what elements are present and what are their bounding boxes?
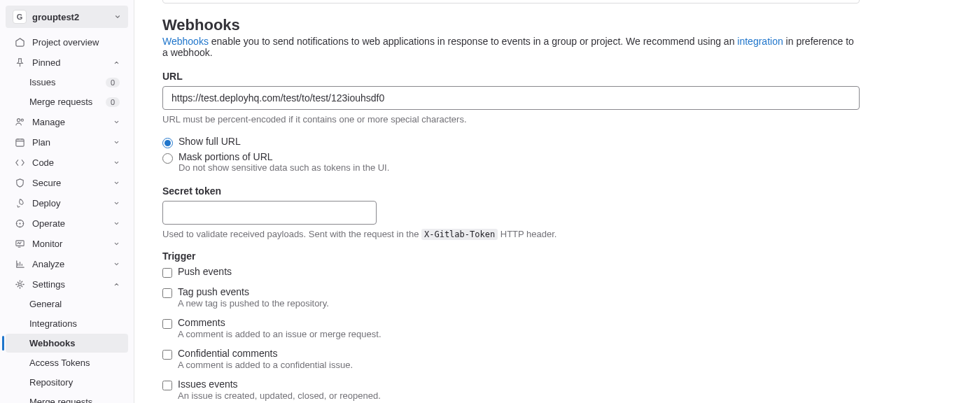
sidebar-item-merge-requests[interactable]: Merge requests 0: [6, 92, 128, 111]
calendar-icon: [14, 136, 25, 148]
chevron-down-icon: [114, 13, 121, 20]
show-full-url-radio[interactable]: [162, 138, 173, 148]
chevron-down-icon: [113, 180, 120, 186]
sidebar-item-analyze[interactable]: Analyze: [6, 254, 128, 274]
context-title: grouptest2: [32, 12, 114, 22]
sidebar-item-operate[interactable]: Operate: [6, 213, 128, 233]
trigger-label: Tag push events: [178, 286, 860, 297]
trigger-label: Trigger: [162, 250, 860, 262]
url-label: URL: [162, 71, 860, 82]
sidebar-item-label: General: [29, 299, 120, 309]
integration-link[interactable]: integration: [737, 36, 783, 47]
trigger-help: A new tag is pushed to the repository.: [178, 298, 860, 309]
chevron-down-icon: [113, 139, 120, 146]
chevron-down-icon: [113, 220, 120, 227]
trigger-checkbox-1[interactable]: [162, 288, 172, 298]
sidebar-item-settings[interactable]: Settings: [6, 274, 128, 294]
chevron-up-icon: [113, 281, 120, 288]
sidebar-item-settings-merge-requests[interactable]: Merge requests: [6, 393, 128, 403]
url-display-radio-group: Show full URL Mask portions of URL Do no…: [162, 134, 860, 174]
trigger-checkbox-2[interactable]: [162, 319, 172, 329]
sidebar-item-label: Code: [32, 157, 111, 168]
url-help: URL must be percent-encoded if it contai…: [162, 114, 860, 125]
sidebar-item-general[interactable]: General: [6, 295, 128, 313]
sidebar-item-issues[interactable]: Issues 0: [6, 73, 128, 92]
sidebar-item-label: Manage: [32, 117, 111, 127]
radio-label: Mask portions of URL: [178, 151, 860, 162]
trigger-label: Comments: [178, 317, 860, 328]
context-avatar: G: [13, 10, 27, 24]
webhooks-help-link[interactable]: Webhooks: [162, 36, 209, 47]
url-input[interactable]: [162, 86, 860, 110]
sidebar-item-webhooks[interactable]: Webhooks: [6, 334, 128, 353]
sidebar-item-label: Plan: [32, 137, 111, 148]
sidebar-item-manage[interactable]: Manage: [6, 112, 128, 132]
page-description: Webhooks enable you to send notification…: [162, 36, 860, 58]
count-badge: 0: [106, 78, 120, 87]
sidebar-item-label: Merge requests: [29, 397, 120, 403]
context-switcher[interactable]: G grouptest2: [6, 6, 128, 28]
sidebar-item-label: Access Tokens: [29, 358, 120, 368]
collapsed-card: [162, 0, 860, 3]
code-icon: [14, 157, 25, 168]
sidebar-item-label: Issues: [29, 77, 106, 87]
sidebar-item-label: Webhooks: [29, 338, 120, 348]
sidebar-item-label: Repository: [29, 377, 120, 388]
trigger-checkbox-0[interactable]: [162, 268, 172, 278]
rocket-icon: [14, 197, 25, 208]
sidebar-item-access-tokens[interactable]: Access Tokens: [6, 353, 128, 372]
sidebar-item-label: Deploy: [32, 198, 111, 208]
trigger-label: Push events: [178, 266, 860, 277]
svg-point-0: [17, 118, 20, 121]
pin-icon: [14, 57, 25, 68]
trigger-help: A comment is added to a confidential iss…: [178, 360, 860, 370]
sidebar-item-label: Integrations: [29, 318, 120, 329]
chevron-down-icon: [113, 261, 120, 267]
svg-point-4: [19, 222, 20, 224]
sidebar: G grouptest2 Project overview Pinned Iss…: [0, 0, 134, 403]
sidebar-item-label: Secure: [32, 178, 111, 188]
sidebar-item-label: Monitor: [32, 239, 111, 249]
help-text: HTTP header.: [498, 229, 556, 239]
sidebar-section-pinned[interactable]: Pinned: [6, 52, 128, 72]
gear-icon: [14, 278, 25, 290]
overview-icon: [14, 36, 25, 48]
secret-token-input[interactable]: [162, 201, 377, 225]
secret-token-label: Secret token: [162, 185, 860, 197]
svg-point-1: [21, 119, 23, 121]
chevron-up-icon: [113, 59, 120, 66]
radio-label: Show full URL: [178, 136, 860, 147]
sidebar-item-overview[interactable]: Project overview: [6, 32, 128, 52]
sidebar-item-label: Project overview: [32, 37, 120, 48]
trigger-label: Confidential comments: [178, 348, 860, 359]
monitor-icon: [14, 238, 25, 249]
shield-icon: [14, 177, 25, 188]
sidebar-item-label: Pinned: [32, 57, 111, 68]
sidebar-item-repository[interactable]: Repository: [6, 373, 128, 392]
sidebar-item-plan[interactable]: Plan: [6, 132, 128, 152]
users-icon: [14, 116, 25, 127]
chevron-down-icon: [113, 119, 120, 125]
sidebar-item-code[interactable]: Code: [6, 153, 128, 172]
desc-text: enable you to send notifications to web …: [209, 36, 737, 47]
sidebar-item-secure[interactable]: Secure: [6, 173, 128, 192]
sidebar-item-label: Analyze: [32, 259, 111, 269]
radio-help: Do not show sensitive data such as token…: [178, 162, 860, 173]
trigger-help: An issue is created, updated, closed, or…: [178, 390, 860, 401]
chevron-down-icon: [113, 160, 120, 166]
mask-url-radio[interactable]: [162, 153, 173, 164]
sidebar-item-label: Merge requests: [29, 97, 106, 107]
count-badge: 0: [106, 97, 120, 107]
operate-icon: [14, 218, 25, 229]
trigger-checkbox-4[interactable]: [162, 381, 172, 390]
chevron-down-icon: [113, 241, 120, 247]
page-title: Webhooks: [162, 16, 860, 34]
sidebar-item-deploy[interactable]: Deploy: [6, 193, 128, 213]
header-code: X-Gitlab-Token: [421, 229, 498, 240]
trigger-checkbox-3[interactable]: [162, 350, 172, 360]
help-text: Used to validate received payloads. Sent…: [162, 229, 421, 239]
sidebar-item-integrations[interactable]: Integrations: [6, 314, 128, 333]
trigger-help: A comment is added to an issue or merge …: [178, 329, 860, 339]
sidebar-item-label: Settings: [32, 279, 111, 290]
sidebar-item-monitor[interactable]: Monitor: [6, 234, 128, 253]
